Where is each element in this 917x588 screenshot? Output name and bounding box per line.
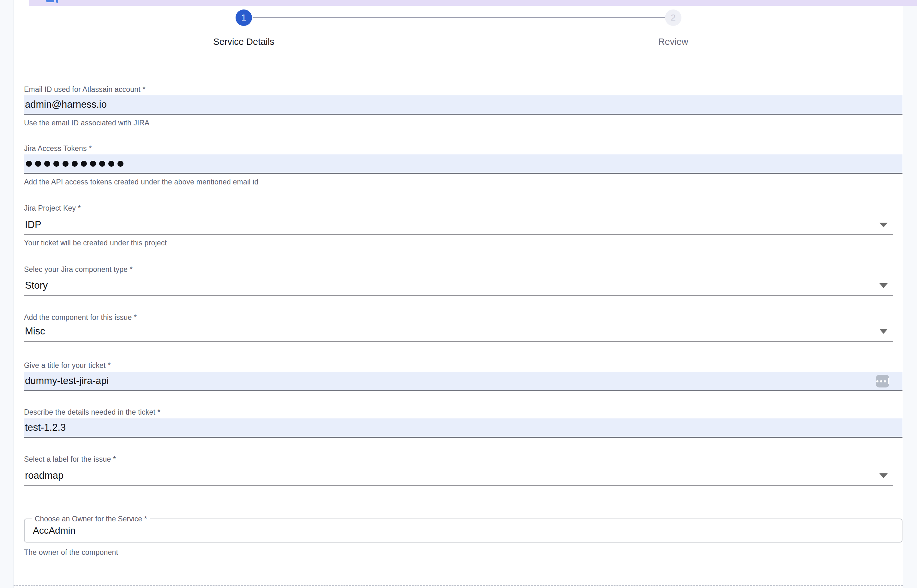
ellipsis-cursor-icon[interactable] [876, 375, 889, 388]
jira-tokens-input[interactable] [24, 154, 902, 174]
step-circle-2[interactable]: 2 [665, 10, 681, 26]
chevron-down-icon[interactable] [880, 329, 888, 334]
issue-component-field-label: Add the component for this issue * [24, 313, 137, 322]
owner-helper-text: The owner of the component [24, 548, 118, 557]
owner-field-label: Choose an Owner for the Service * [32, 515, 150, 523]
form-card: 1 2 Service Details Review Email ID used… [13, 0, 903, 588]
issue-component-select[interactable]: Misc [24, 322, 893, 342]
password-dots [24, 161, 123, 167]
component-type-field-label: Selec your Jira component type * [24, 265, 132, 274]
ticket-description-field-label: Describe the details needed in the ticke… [24, 408, 160, 417]
chevron-down-icon[interactable] [880, 283, 888, 288]
project-key-select[interactable]: IDP [24, 215, 893, 235]
email-input[interactable]: admin@harness.io [24, 95, 902, 115]
ticket-title-input-value: dummy-test-jira-api [24, 375, 109, 386]
step-number: 2 [671, 13, 676, 23]
project-key-helper-text: Your ticket will be created under this p… [24, 239, 167, 247]
issue-label-select-value: roadmap [24, 470, 63, 481]
ticket-title-field-label: Give a title for your ticket * [24, 361, 110, 370]
issue-component-select-value: Misc [24, 326, 45, 337]
step-number: 1 [241, 13, 246, 23]
ticket-description-input[interactable]: test-1.2.3 [24, 418, 902, 438]
clipped-blue-icon [56, 0, 58, 3]
owner-input[interactable]: Choose an Owner for the Service * AccAdm… [24, 519, 902, 543]
email-input-value: admin@harness.io [24, 99, 107, 110]
project-key-field-label: Jira Project Key * [24, 204, 81, 213]
email-helper-text: Use the email ID associated with JIRA [24, 119, 149, 127]
clipped-blue-icon [46, 0, 54, 2]
issue-label-select[interactable]: roadmap [24, 466, 893, 486]
project-key-select-value: IDP [24, 219, 41, 231]
step-label-service-details: Service Details [149, 37, 339, 47]
step-label-review: Review [610, 37, 736, 47]
ticket-title-input[interactable]: dummy-test-jira-api [24, 372, 902, 391]
jira-tokens-field-label: Jira Access Tokens * [24, 144, 92, 153]
chevron-down-icon[interactable] [880, 473, 888, 478]
step-circle-1[interactable]: 1 [236, 10, 252, 26]
top-purple-strip [29, 0, 917, 6]
component-type-select[interactable]: Story [24, 276, 893, 296]
ticket-description-input-value: test-1.2.3 [24, 422, 66, 433]
issue-label-field-label: Select a label for the issue * [24, 455, 116, 464]
owner-input-value: AccAdmin [25, 525, 76, 536]
stepper-connector [253, 17, 665, 18]
card-bottom-divider [14, 585, 903, 586]
chevron-down-icon[interactable] [880, 223, 888, 227]
jira-tokens-helper-text: Add the API access tokens created under … [24, 178, 258, 186]
email-field-label: Email ID used for Atlassain account * [24, 85, 145, 94]
workflow-form-page: 1 2 Service Details Review Email ID used… [0, 0, 917, 588]
component-type-select-value: Story [24, 280, 48, 291]
